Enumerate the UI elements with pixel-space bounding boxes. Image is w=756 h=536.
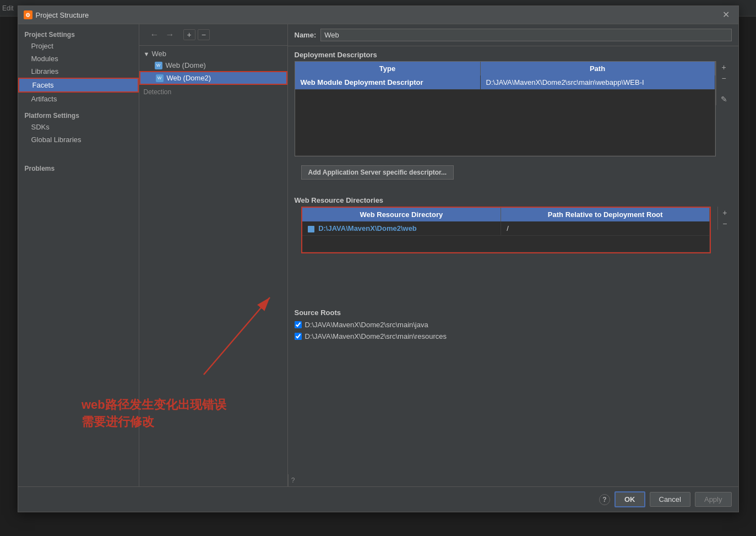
platform-settings-label: Platform Settings: [18, 110, 139, 121]
name-label: Name:: [295, 31, 317, 39]
help-icon[interactable]: ?: [599, 494, 610, 505]
sidebar-item-facets[interactable]: Facets: [18, 78, 139, 93]
sidebar: Project Settings Project Modules Librari…: [18, 24, 139, 486]
sidebar-item-project[interactable]: Project: [18, 40, 139, 52]
remove-row-button[interactable]: −: [717, 73, 731, 83]
source-root-checkbox-1[interactable]: [295, 333, 302, 340]
annotation-spacer: [288, 253, 738, 297]
tree-item-web-dome2[interactable]: W Web (Dome2): [139, 71, 287, 85]
web-res-path-cell: /: [501, 221, 710, 236]
col-type: Type: [295, 62, 481, 75]
name-input[interactable]: [320, 29, 731, 41]
right-panel-sidebar: ?: [288, 474, 298, 486]
expand-icon: ▼: [144, 51, 150, 57]
dialog-overlay: ⚙ Project Structure ✕ Project Settings P…: [0, 0, 756, 536]
web-resource-row[interactable]: D:\JAVA\MavenX\Dome2\web /: [302, 221, 710, 236]
sidebar-item-sdks[interactable]: SDKs: [18, 121, 139, 133]
deployment-descriptors-title: Deployment Descriptors: [288, 46, 738, 61]
tree-item-web-dome[interactable]: W Web (Dome): [139, 59, 287, 71]
tree-toolbar: ← → + −: [139, 24, 287, 46]
add-row-button[interactable]: +: [717, 62, 731, 72]
tree-content: ▼ Web W Web (Dome) W Web (Dome2) Detecti…: [139, 46, 287, 486]
ok-button[interactable]: OK: [614, 491, 645, 507]
source-root-checkbox-0[interactable]: [295, 321, 302, 328]
web-res-col-path: Path Relative to Deployment Root: [501, 208, 710, 221]
deployment-table: Type Path Web Module Deployment Descript…: [295, 62, 715, 156]
main-panel: Name: Deployment Descriptors Type: [288, 24, 738, 486]
source-roots-section: Source Roots D:\JAVA\MavenX\Dome2\src\ma…: [288, 304, 738, 342]
web-res-col-dir: Web Resource Directory: [302, 208, 501, 221]
add-web-res-button[interactable]: +: [719, 208, 730, 218]
apply-button[interactable]: Apply: [695, 492, 732, 507]
dialog-title-text: Project Structure: [36, 11, 89, 19]
web-res-dir-cell: D:\JAVA\MavenX\Dome2\web: [302, 221, 501, 236]
add-server-button[interactable]: Add Application Server specific descript…: [301, 165, 454, 180]
sidebar-item-global-libraries[interactable]: Global Libraries: [18, 133, 139, 146]
close-button[interactable]: ✕: [719, 9, 733, 20]
path-cell: D:\JAVA\MavenX\Dome2\src\main\webapp\WEB…: [480, 75, 715, 90]
forward-button[interactable]: →: [164, 29, 177, 41]
source-roots-title: Source Roots: [288, 304, 738, 319]
project-structure-dialog: ⚙ Project Structure ✕ Project Settings P…: [18, 6, 739, 512]
nav-buttons: ← →: [144, 26, 181, 43]
folder-icon: [308, 226, 314, 232]
web-resource-table-actions: + −: [717, 207, 731, 230]
dialog-titlebar: ⚙ Project Structure ✕: [18, 6, 738, 24]
edit-row-button[interactable]: ✎: [717, 94, 731, 104]
web-resource-table: Web Resource Directory Path Relative to …: [302, 208, 710, 252]
type-cell: Web Module Deployment Descriptor: [295, 75, 481, 90]
web-resource-title: Web Resource Directories: [288, 192, 738, 207]
col-path: Path: [480, 62, 715, 75]
tree-detection-label: Detection: [139, 85, 287, 97]
project-settings-label: Project Settings: [18, 29, 139, 40]
deployment-table-actions: + − ✎: [716, 61, 732, 105]
web-module-icon-2: W: [156, 74, 164, 82]
source-root-path-0: D:\JAVA\MavenX\Dome2\src\main\java: [305, 321, 428, 329]
edit-icon-button[interactable]: ?: [291, 477, 295, 484]
cancel-button[interactable]: Cancel: [650, 492, 690, 507]
sidebar-item-modules[interactable]: Modules: [18, 52, 139, 65]
dialog-title-left: ⚙ Project Structure: [24, 10, 89, 19]
project-structure-icon: ⚙: [24, 10, 32, 19]
web-resource-section: Web Resource Directories Web Resource Di…: [288, 192, 738, 253]
dialog-body: Project Settings Project Modules Librari…: [18, 24, 738, 486]
table-row[interactable]: Web Module Deployment Descriptor D:\JAVA…: [295, 75, 715, 90]
sidebar-item-artifacts[interactable]: Artifacts: [18, 93, 139, 105]
problems-label: Problems: [18, 163, 139, 174]
sidebar-item-libraries[interactable]: Libraries: [18, 65, 139, 78]
web-module-icon: W: [155, 62, 162, 69]
add-button[interactable]: +: [183, 29, 195, 40]
back-button[interactable]: ←: [148, 29, 161, 41]
main-content: Deployment Descriptors Type Path: [288, 46, 738, 474]
tree-panel: ← → + − ▼ Web W Web (Dome): [139, 24, 288, 486]
remove-web-res-button[interactable]: −: [719, 219, 730, 229]
source-root-path-1: D:\JAVA\MavenX\Dome2\src\main\resources: [305, 332, 447, 340]
source-root-item-0: D:\JAVA\MavenX\Dome2\src\main\java: [288, 319, 738, 331]
source-root-item-1: D:\JAVA\MavenX\Dome2\src\main\resources: [288, 331, 738, 342]
tree-group-web[interactable]: ▼ Web: [139, 48, 287, 59]
name-row: Name:: [288, 24, 738, 46]
dialog-footer: ? OK Cancel Apply: [18, 486, 738, 512]
remove-button[interactable]: −: [198, 29, 210, 40]
